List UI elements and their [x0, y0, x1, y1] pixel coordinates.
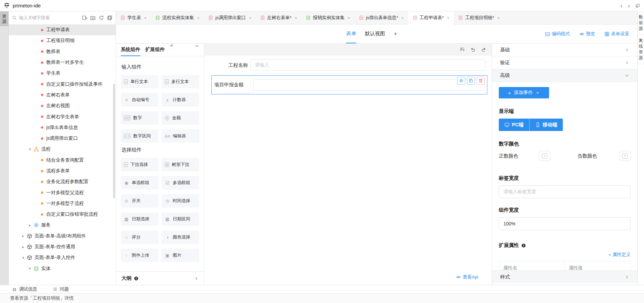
- component-item[interactable]: ▦日期区间: [162, 212, 199, 226]
- editor-tab[interactable]: 工程项目明细*×: [454, 11, 504, 24]
- tree-expand-arrow-icon[interactable]: ▾: [28, 266, 32, 271]
- component-item[interactable]: ▦日期选择: [121, 212, 158, 226]
- accordion-验证[interactable]: 验证: [492, 56, 637, 69]
- restore-window-icon[interactable]: [635, 3, 640, 8]
- close-icon[interactable]: ×: [197, 15, 200, 20]
- component-item[interactable]: ◷时间选择: [162, 194, 199, 208]
- tree-item[interactable]: 教师表: [9, 46, 116, 57]
- redo-icon[interactable]: [481, 47, 486, 52]
- tree-item[interactable]: 左树右学生表单: [9, 111, 116, 122]
- close-icon[interactable]: ×: [447, 15, 449, 20]
- component-item[interactable]: ↑附件上传: [121, 249, 158, 262]
- component-item[interactable]: 1~3数字区间: [121, 129, 158, 143]
- close-icon[interactable]: ×: [347, 15, 350, 20]
- tree-expand-arrow-icon[interactable]: ▾: [21, 256, 25, 260]
- tree-item[interactable]: js调用弹出窗口: [9, 133, 116, 144]
- tree-expand-arrow-icon[interactable]: ▾: [28, 147, 32, 152]
- accordion-基础[interactable]: 基础: [492, 44, 637, 56]
- tree-item[interactable]: ▾页面-表单-录入控件: [9, 252, 116, 263]
- right-rail-tab[interactable]: 离线资源: [638, 35, 644, 64]
- add-view-button[interactable]: +: [394, 25, 397, 43]
- view-tab[interactable]: 表单: [346, 25, 356, 43]
- view-tab[interactable]: 默认视图: [365, 25, 385, 43]
- palette-tab[interactable]: 扩展组件: [145, 44, 165, 56]
- style-accordion[interactable]: 样式: [492, 270, 637, 283]
- tree-collapse-arrow-icon[interactable]: ▸: [21, 245, 25, 249]
- editor-tab[interactable]: 左树右表单*×: [256, 11, 302, 24]
- tree-item[interactable]: 左树右表单: [9, 90, 116, 100]
- import-icon[interactable]: [82, 15, 87, 20]
- field-settings-button[interactable]: [457, 77, 465, 85]
- tree-item[interactable]: ▸页面-表单-控件通用: [9, 242, 116, 252]
- tree-item[interactable]: ▾实体: [9, 263, 116, 274]
- label-width-input[interactable]: 请输入标签宽度: [499, 185, 631, 198]
- tree-item[interactable]: 工程项目明细: [9, 35, 116, 46]
- tree-item[interactable]: ▸页面-表单-高级/布局组件: [9, 231, 116, 242]
- selected-field-amount[interactable]: 项目申报金额: [211, 75, 487, 94]
- display-mobile-button[interactable]: 移动端: [529, 119, 563, 131]
- component-item[interactable]: ☆评分: [121, 230, 158, 244]
- close-icon[interactable]: ×: [294, 15, 297, 20]
- search-input[interactable]: 输入关键字搜索: [19, 15, 82, 21]
- palette-menu-icon[interactable]: [170, 44, 174, 48]
- clear-icon[interactable]: [460, 47, 465, 52]
- display-pc-button[interactable]: PC端: [499, 119, 529, 131]
- component-item[interactable]: A单行文本: [121, 75, 158, 88]
- tree-item[interactable]: 业务化流程参数配置: [9, 176, 116, 187]
- refresh-icon[interactable]: [99, 15, 104, 20]
- tree-item[interactable]: 结合业务查询配置: [9, 155, 116, 166]
- header-link[interactable]: 表单设置: [604, 31, 629, 37]
- component-item[interactable]: ±计数器: [162, 93, 199, 106]
- add-folder-icon[interactable]: [90, 15, 96, 20]
- tree-collapse-arrow-icon[interactable]: ▸: [21, 234, 25, 238]
- editor-tab[interactable]: 报销实例实体集×: [302, 11, 355, 24]
- close-icon[interactable]: ×: [144, 15, 147, 20]
- form-canvas[interactable]: 工程名称 请输入 项目申报金额: [204, 55, 492, 285]
- add-event-button[interactable]: + 添加事件: [499, 87, 549, 98]
- tree-item[interactable]: 工程申请表: [9, 25, 116, 35]
- tree-item[interactable]: ▾流程: [9, 144, 116, 155]
- header-link[interactable]: 预览: [579, 31, 595, 37]
- tree-item[interactable]: 自定义窗口操作按钮及事件: [9, 79, 116, 89]
- editor-tab[interactable]: js弹出表单信息*×: [355, 11, 408, 24]
- amount-input[interactable]: [253, 79, 484, 91]
- component-item[interactable]: ⊙开关: [121, 194, 158, 208]
- component-item[interactable]: A多行文本: [162, 75, 199, 88]
- editor-tab[interactable]: 工程申请表*×: [408, 11, 454, 25]
- component-item[interactable]: ¥金额: [162, 111, 199, 125]
- view-api-link[interactable]: 查看Api: [456, 274, 478, 280]
- left-rail-tab-resources[interactable]: 资源: [0, 11, 8, 26]
- component-item[interactable]: ◉单选框组: [121, 176, 158, 189]
- component-item[interactable]: ⊞树形下拉: [162, 158, 199, 171]
- component-item[interactable]: ◑颜色选择: [162, 230, 199, 244]
- field-copy-button[interactable]: [467, 77, 475, 85]
- project-name-input[interactable]: 请输入: [251, 59, 485, 71]
- accordion-高级[interactable]: 高级: [492, 69, 637, 82]
- bottom-item[interactable]: 问题: [53, 286, 69, 292]
- outline-row[interactable]: 大纲: [116, 271, 204, 285]
- tree-item[interactable]: 教师表一对多学生: [9, 57, 116, 68]
- close-icon[interactable]: ×: [497, 15, 500, 20]
- tree-item[interactable]: 自定义窗口按钮审批流程: [9, 209, 116, 220]
- component-item[interactable]: #自动编号: [121, 93, 158, 106]
- editor-tab[interactable]: 学生表×: [116, 11, 151, 24]
- right-rail-tab[interactable]: 数据源: [638, 11, 644, 35]
- component-item[interactable]: ▣图片: [162, 249, 199, 262]
- field-delete-button[interactable]: [477, 77, 485, 85]
- tree-scrollbar[interactable]: [113, 84, 115, 198]
- collapse-all-icon[interactable]: [107, 15, 112, 20]
- bottom-item[interactable]: 调试信息: [12, 286, 37, 292]
- close-icon[interactable]: ×: [401, 15, 404, 20]
- component-item[interactable]: A≡编辑器: [162, 129, 199, 143]
- undo-icon[interactable]: [470, 47, 476, 52]
- component-item[interactable]: ▾下拉选择: [121, 158, 158, 171]
- property-define-link[interactable]: + 属性定义: [499, 252, 631, 258]
- palette-tab[interactable]: 系统组件: [121, 44, 140, 56]
- tree-item[interactable]: 学生表: [9, 68, 116, 79]
- tree-item[interactable]: 一对多模型子流程: [9, 198, 116, 209]
- palette-collapse-icon[interactable]: [195, 44, 199, 48]
- component-item[interactable]: 123数字: [121, 111, 158, 125]
- close-icon[interactable]: ×: [249, 15, 252, 20]
- tree-item[interactable]: ▸服务: [9, 220, 116, 230]
- nav-back-icon[interactable]: ‹: [621, 3, 623, 9]
